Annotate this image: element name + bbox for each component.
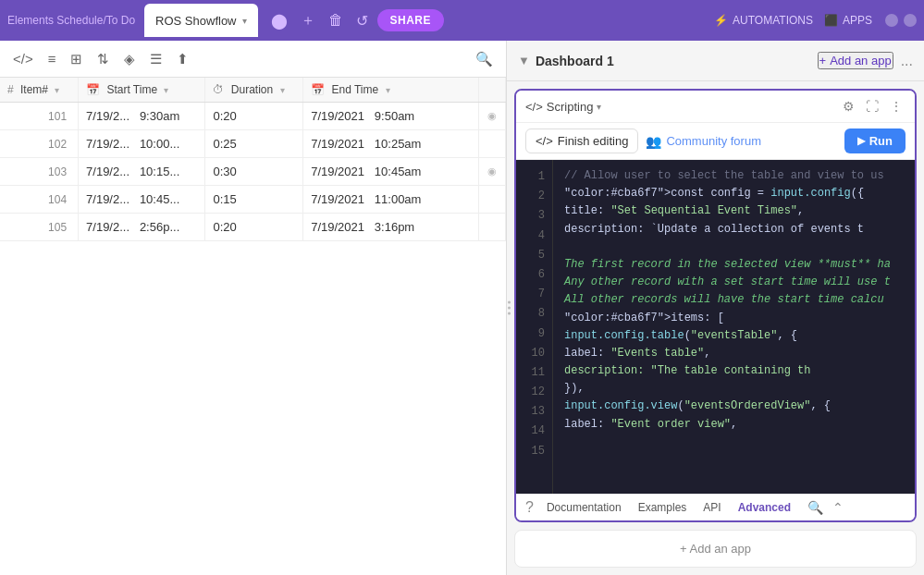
cell-end-3: 7/19/2021 11:00am (303, 186, 479, 214)
top-bar: Elements Schedule/To Do ROS Showflow ▾ ⬤… (0, 0, 924, 41)
data-table: # Item# ▾ 📅 Start Time ▾ ⏱ Duration (0, 78, 506, 241)
paint-icon[interactable]: ◈ (120, 47, 139, 71)
code-line: label: "Event order view", (564, 416, 904, 434)
cell-dur-4: 0:20 (205, 214, 303, 241)
delete-tab-btn[interactable]: 🗑 (325, 8, 347, 32)
close-btn[interactable] (904, 14, 917, 27)
footer-tab-examples[interactable]: Examples (634, 499, 691, 516)
code-line: "color:#cba6f7">items: [ (564, 310, 904, 327)
export-icon[interactable]: ⬆ (173, 47, 192, 71)
active-tab[interactable]: ROS Showflow ▾ (144, 4, 257, 37)
run-btn[interactable]: ▶ Run (844, 128, 906, 153)
resize-handle[interactable] (506, 298, 512, 319)
apps-nav[interactable]: ⬛ APPS (824, 14, 872, 27)
table-row[interactable]: 103 7/19/2... 10:15... 0:30 7/19/2021 10… (0, 158, 506, 186)
cell-start-3: 7/19/2... 10:45... (79, 186, 205, 214)
code-line: "color:#cba6f7">const config = input.con… (564, 185, 904, 202)
col-header-dur[interactable]: ⏱ Duration ▾ (205, 78, 303, 103)
col-item-label: Item# (20, 83, 48, 96)
dash-collapse-icon[interactable]: ▼ (518, 54, 530, 67)
col-start-label: Start Time (106, 83, 157, 96)
footer-collapse-icon[interactable]: ⌃ (832, 500, 844, 515)
footer-tab-api[interactable]: API (699, 499, 724, 516)
dur-sort-icon[interactable]: ▾ (280, 85, 285, 95)
table-row[interactable]: 101 7/19/2... 9:30am 0:20 7/19/2021 9:50… (0, 103, 506, 130)
finish-editing-btn[interactable]: </> Finish editing (525, 128, 638, 153)
line-number: 3 (516, 206, 552, 226)
footer-search-icon[interactable]: 🔍 (807, 500, 823, 515)
start-sort-icon[interactable]: ▾ (164, 85, 168, 95)
line-number: 7 (516, 285, 552, 304)
item-sort-icon[interactable]: ▾ (55, 85, 59, 95)
line-number: 15 (516, 442, 552, 461)
end-sort-icon[interactable]: ▾ (386, 85, 390, 95)
dashboard-more-icon[interactable]: ... (901, 53, 913, 69)
col-header-item[interactable]: # Item# ▾ (0, 78, 79, 103)
community-forum-btn[interactable]: 👥 Community forum (646, 134, 761, 149)
drag-dot-1 (508, 301, 511, 304)
cell-item-3: 104 (0, 186, 79, 214)
code-content[interactable]: // Allow user to select the table and vi… (553, 160, 915, 494)
table-row[interactable]: 102 7/19/2... 10:00... 0:25 7/19/2021 10… (0, 130, 506, 158)
line-number: 13 (516, 402, 552, 422)
scripting-label: </> Scripting ▾ (525, 100, 601, 114)
scripting-toolbar: </> Finish editing 👥 Community forum ▶ R… (516, 123, 915, 160)
line-number: 9 (516, 324, 552, 344)
cell-start-2: 7/19/2... 10:15... (79, 158, 205, 186)
fullscreen-icon-btn[interactable]: ⛶ (863, 96, 881, 116)
search-icon[interactable]: 🔍 (472, 47, 497, 71)
run-label: Run (869, 134, 893, 148)
drag-dot-3 (508, 312, 511, 315)
automations-nav[interactable]: ⚡ AUTOMATIONS (714, 14, 813, 27)
table-container: # Item# ▾ 📅 Start Time ▾ ⏱ Duration (0, 78, 506, 575)
left-panel: </> ≡ ⊞ ⇅ ◈ ☰ ⬆ 🔍 # Item# ▾ (0, 41, 507, 575)
window-controls (885, 14, 917, 27)
line-number: 8 (516, 304, 552, 324)
add-app-section[interactable]: + Add an app (514, 530, 917, 568)
list-icon[interactable]: ☰ (146, 47, 166, 71)
play-icon: ▶ (857, 135, 865, 147)
line-number: 2 (516, 187, 552, 206)
cell-dur-2: 0:30 (205, 158, 303, 186)
scripting-header-actions: ⚙ ⛶ ⋮ (840, 96, 906, 116)
finish-label: Finish editing (558, 134, 629, 148)
history-btn[interactable]: ↺ (352, 8, 372, 33)
cell-extra-2: ◉ (479, 158, 506, 186)
finish-icon: </> (536, 134, 553, 148)
line-numbers: 123456789101112131415 (516, 160, 553, 494)
col-header-end[interactable]: 📅 End Time ▾ (303, 78, 479, 103)
filter-icon[interactable]: ≡ (44, 47, 60, 70)
sort-icon[interactable]: ⇅ (93, 47, 113, 71)
dashboard-header: ▼ Dashboard 1 + Add an app ... (507, 41, 924, 81)
code-line: Any other record with a set start time w… (564, 274, 904, 291)
clock-icon-dur: ⏱ (213, 83, 224, 96)
right-panel: ▼ Dashboard 1 + Add an app ... </> Scrip… (507, 41, 924, 575)
drag-dot-2 (508, 307, 511, 310)
line-number: 14 (516, 422, 552, 441)
code-editor[interactable]: 123456789101112131415 // Allow user to s… (516, 160, 915, 494)
settings-icon-btn[interactable]: ⚙ (840, 96, 857, 116)
grid-icon[interactable]: ⊞ (67, 47, 86, 71)
share-button[interactable]: SHARE (377, 9, 445, 31)
add-tab-btn[interactable]: ＋ (297, 7, 319, 34)
circle-icon-btn[interactable]: ⬤ (267, 8, 291, 33)
table-row[interactable]: 104 7/19/2... 10:45... 0:15 7/19/2021 11… (0, 186, 506, 214)
cell-item-4: 105 (0, 214, 79, 241)
add-app-header-btn[interactable]: + Add an app (818, 52, 893, 69)
expand-btn[interactable] (885, 14, 898, 27)
code-icon[interactable]: </> (9, 47, 37, 70)
col-header-start[interactable]: 📅 Start Time ▾ (79, 78, 205, 103)
tab-dropdown-arrow[interactable]: ▾ (242, 16, 247, 26)
table-row[interactable]: 105 7/19/2... 2:56p... 0:20 7/19/2021 3:… (0, 214, 506, 241)
dots-icon-btn[interactable]: ⋮ (887, 96, 906, 116)
footer-tab-advanced[interactable]: Advanced (734, 499, 795, 516)
cell-end-1: 7/19/2021 10:25am (303, 130, 479, 158)
automations-icon: ⚡ (714, 14, 728, 27)
line-number: 5 (516, 246, 552, 265)
line-number: 6 (516, 265, 552, 285)
footer-tab-documentation[interactable]: Documentation (543, 499, 625, 516)
app-title: Elements Schedule/To Do (7, 14, 135, 27)
scripting-dropdown-arrow[interactable]: ▾ (597, 102, 601, 112)
help-icon[interactable]: ? (525, 499, 534, 516)
line-number: 4 (516, 226, 552, 246)
